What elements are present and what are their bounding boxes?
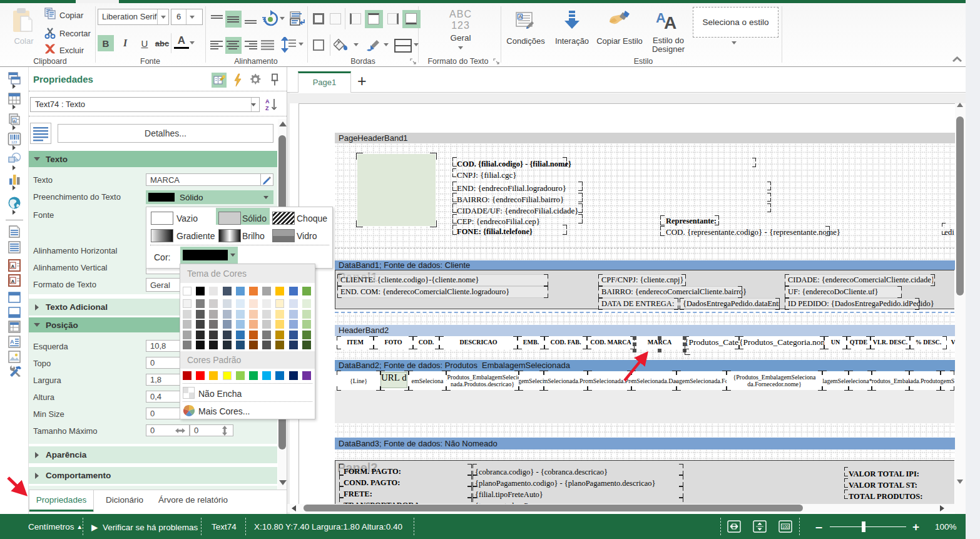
svg-text:Z: Z xyxy=(265,105,269,111)
svg-text:A: A xyxy=(11,279,15,284)
svg-text:A: A xyxy=(10,339,14,345)
svg-text:A: A xyxy=(664,13,676,33)
svg-text:100: 100 xyxy=(782,525,789,529)
svg-text:A: A xyxy=(11,264,15,269)
svg-text:123: 123 xyxy=(11,140,17,144)
svg-text:A: A xyxy=(13,119,16,123)
svg-text:A: A xyxy=(519,14,523,19)
svg-text:A: A xyxy=(265,98,270,105)
